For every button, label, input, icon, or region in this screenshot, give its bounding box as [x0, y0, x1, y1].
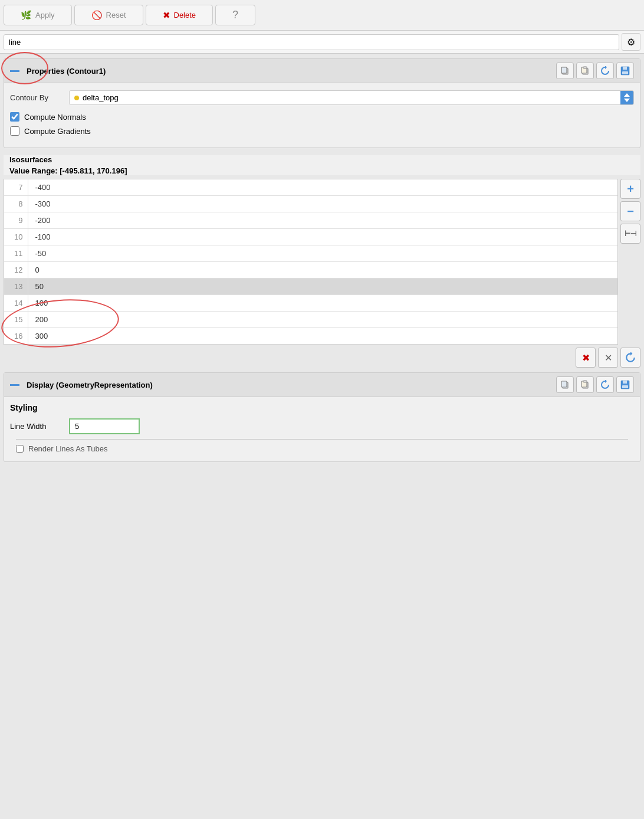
compute-gradients-row: Compute Gradients	[10, 126, 634, 136]
table-row[interactable]: 13 50	[4, 279, 617, 295]
isosurfaces-section: Isosurfaces Value Range: [-495.811, 170.…	[4, 155, 640, 175]
display-copy-button[interactable]	[556, 376, 574, 393]
svg-rect-8	[622, 71, 628, 74]
properties-panel: Properties (Contour1)	[4, 58, 640, 148]
display-save-button[interactable]	[616, 376, 634, 393]
delete-button[interactable]: ✖ Delete	[146, 5, 213, 25]
panel-dash-icon	[10, 70, 19, 72]
compute-normals-row: Compute Normals	[10, 112, 634, 122]
iso-table: 7 -400 8 -300 9 -200 10 -100 11 -50 12 0…	[4, 179, 618, 345]
display-paste-button[interactable]	[576, 376, 594, 393]
styling-section: Styling Line Width Render Lines As Tubes	[4, 397, 640, 461]
value-range-value: [-495.811, 170.196]	[60, 166, 127, 175]
range-isosurface-button[interactable]: ⊢⊣	[620, 224, 640, 244]
row-number: 13	[4, 279, 28, 295]
apply-icon: 🌿	[21, 10, 32, 21]
add-isosurface-button[interactable]: +	[620, 179, 640, 199]
delete-row-icon: ✖	[582, 352, 590, 363]
row-number: 9	[4, 212, 28, 229]
row-number: 16	[4, 328, 28, 345]
contour-spinner[interactable]	[620, 91, 633, 104]
apply-label: Apply	[35, 11, 55, 19]
row-value: -200	[28, 212, 617, 229]
table-row[interactable]: 7 -400	[4, 179, 617, 196]
help-button[interactable]: ?	[215, 5, 255, 25]
render-lines-checkbox[interactable]	[16, 445, 24, 453]
table-row[interactable]: 8 -300	[4, 196, 617, 212]
row-number: 10	[4, 229, 28, 245]
refresh-icon	[600, 66, 610, 76]
cancel-row-button[interactable]: ✕	[598, 348, 618, 368]
contour-by-label: Contour By	[10, 93, 63, 102]
reset-button[interactable]: 🚫 Reset	[74, 5, 143, 25]
line-width-input[interactable]	[69, 418, 140, 434]
table-row[interactable]: 16 300	[4, 328, 617, 345]
copy-button[interactable]	[556, 63, 574, 79]
table-row[interactable]: 9 -200	[4, 212, 617, 229]
line-width-label: Line Width	[10, 422, 63, 431]
table-row[interactable]: 12 0	[4, 262, 617, 279]
row-value: 0	[28, 262, 617, 279]
contour-by-row: Contour By delta_topg	[10, 90, 634, 105]
table-row[interactable]: 14 100	[4, 295, 617, 312]
arrow-up-icon	[624, 93, 630, 97]
display-copy-icon	[560, 380, 570, 389]
display-panel-header: Display (GeometryRepresentation)	[4, 373, 640, 397]
cancel-row-icon: ✕	[604, 352, 612, 363]
refresh-row-button[interactable]	[620, 348, 640, 368]
row-number: 8	[4, 196, 28, 212]
paste-button[interactable]	[576, 63, 594, 79]
search-input[interactable]	[4, 34, 619, 50]
display-panel-dash-icon	[10, 384, 19, 386]
display-panel-actions	[556, 376, 634, 393]
row-value: 50	[28, 279, 617, 295]
refresh-button[interactable]	[596, 63, 614, 79]
row-number: 15	[4, 312, 28, 328]
row-value: 100	[28, 295, 617, 312]
refresh-row-icon	[625, 352, 636, 363]
table-row[interactable]: 11 -50	[4, 245, 617, 262]
display-save-icon	[620, 380, 630, 389]
arrow-down-icon	[624, 99, 630, 102]
display-panel-title: Display (GeometryRepresentation)	[27, 381, 551, 389]
delete-row-button[interactable]: ✖	[576, 348, 596, 368]
contour-by-select[interactable]: delta_topg	[69, 90, 634, 105]
svg-rect-10	[561, 381, 567, 387]
contour-select-value: delta_topg	[83, 93, 616, 102]
paste-icon	[580, 66, 590, 76]
row-value: -50	[28, 245, 617, 262]
row-value: -100	[28, 229, 617, 245]
svg-rect-13	[583, 381, 587, 382]
row-number: 7	[4, 179, 28, 196]
search-settings-button[interactable]: ⚙	[622, 33, 640, 51]
copy-icon	[560, 66, 570, 76]
properties-panel-title: Properties (Contour1)	[27, 67, 551, 76]
contour-select-inner: delta_topg	[70, 91, 620, 104]
compute-gradients-label: Compute Gradients	[24, 127, 91, 136]
delete-icon: ✖	[163, 10, 170, 21]
table-row[interactable]: 10 -100	[4, 229, 617, 245]
svg-rect-15	[623, 381, 627, 384]
row-value: -400	[28, 179, 617, 196]
line-width-row: Line Width	[10, 418, 634, 434]
compute-normals-checkbox[interactable]	[10, 112, 19, 122]
properties-panel-header: Properties (Contour1)	[4, 59, 640, 83]
svg-rect-5	[583, 67, 587, 68]
reset-icon: 🚫	[91, 10, 103, 21]
search-bar: ⚙	[0, 31, 644, 54]
table-row[interactable]: 15 200	[4, 312, 617, 328]
display-refresh-button[interactable]	[596, 376, 614, 393]
compute-gradients-checkbox[interactable]	[10, 126, 19, 136]
remove-isosurface-button[interactable]: −	[620, 201, 640, 221]
iso-side-buttons: + − ⊢⊣	[620, 179, 640, 345]
properties-panel-content: Contour By delta_topg Compute Normals	[4, 83, 640, 148]
row-number: 12	[4, 262, 28, 279]
panel-actions	[556, 63, 634, 79]
save-icon	[620, 66, 630, 76]
row-number: 11	[4, 245, 28, 262]
styling-title: Styling	[10, 403, 634, 412]
apply-button[interactable]: 🌿 Apply	[4, 5, 72, 25]
row-number: 14	[4, 295, 28, 312]
save-button[interactable]	[616, 63, 634, 79]
compute-normals-label: Compute Normals	[24, 113, 86, 122]
